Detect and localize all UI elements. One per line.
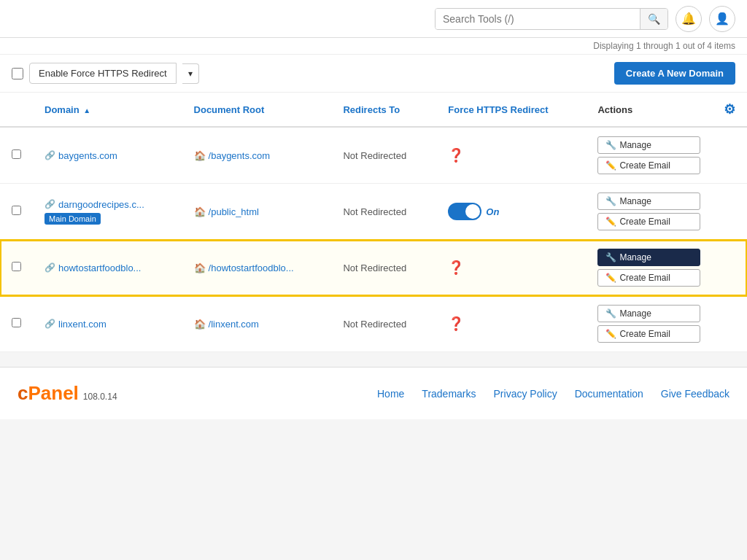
toolbar: Enable Force HTTPS Redirect ▾ Create A N… [0, 55, 747, 93]
manage-button[interactable]: 🔧 Manage [597, 192, 700, 210]
docroot-link[interactable]: 🏠/howtostartfoodblo... [194, 262, 320, 273]
notification-button[interactable]: 🔔 [676, 6, 702, 32]
display-count: Displaying 1 through 1 out of 4 items [593, 41, 735, 51]
domain-link[interactable]: 🔗howtostartfoodblo... [44, 262, 171, 273]
col-header-domain[interactable]: Domain ▲ [33, 93, 182, 127]
manage-button[interactable]: 🔧 Manage [597, 249, 700, 266]
cpanel-panel-text: Panel [28, 382, 78, 404]
edit-icon: ✏️ [605, 273, 616, 283]
wrench-icon: 🔧 [605, 196, 616, 206]
row-actions-cell: 🔧 Manage✏️ Create Email [586, 296, 712, 352]
https-unknown-icon: ❓ [448, 316, 464, 331]
domain-link[interactable]: 🔗darngoodrecipes.c... [44, 199, 171, 210]
edit-icon: ✏️ [605, 217, 616, 227]
row-checkbox-cell [0, 240, 33, 296]
col-header-redirects: Redirects To [331, 93, 436, 127]
subheader: Displaying 1 through 1 out of 4 items [0, 38, 747, 55]
domain-link[interactable]: 🔗baygents.com [44, 150, 171, 161]
https-toggle[interactable] [448, 203, 481, 220]
row-docroot-cell: 🏠/howtostartfoodblo... [182, 240, 332, 296]
user-button[interactable]: 👤 [709, 6, 735, 32]
edit-icon: ✏️ [605, 160, 616, 171]
footer-link[interactable]: Trademarks [422, 388, 476, 400]
footer-link[interactable]: Give Feedback [661, 388, 729, 400]
table-gear-icon[interactable]: ⚙ [724, 102, 735, 117]
footer-link[interactable]: Documentation [575, 388, 643, 400]
row-redirects-cell: Not Redirected [331, 296, 436, 352]
footer: cPanel 108.0.14 HomeTrademarksPrivacy Po… [0, 367, 747, 419]
row-domain-cell: 🔗baygents.com [33, 127, 182, 184]
footer-link[interactable]: Privacy Policy [494, 388, 557, 400]
table-row: 🔗linxent.com🏠/linxent.comNot Redirected❓… [0, 296, 747, 352]
enable-https-button[interactable]: Enable Force HTTPS Redirect [29, 63, 177, 84]
home-icon: 🏠 [194, 206, 206, 217]
row-gear-cell [712, 296, 747, 352]
create-email-button[interactable]: ✏️ Create Email [597, 213, 700, 230]
docroot-text: /public_html [209, 206, 259, 217]
search-button[interactable]: 🔍 [640, 9, 667, 29]
external-link-icon: 🔗 [44, 262, 55, 273]
home-icon: 🏠 [194, 150, 206, 161]
row-checkbox[interactable] [12, 318, 21, 327]
toolbar-left: Enable Force HTTPS Redirect ▾ [12, 63, 199, 84]
wrench-icon: 🔧 [605, 252, 616, 262]
docroot-link[interactable]: 🏠/public_html [194, 206, 320, 217]
row-gear-cell [712, 184, 747, 240]
col-header-gear[interactable]: ⚙ [712, 93, 747, 127]
row-domain-cell: 🔗darngoodrecipes.c...Main Domain [33, 184, 182, 240]
row-checkbox[interactable] [12, 149, 21, 159]
col-header-checkbox [0, 93, 33, 127]
docroot-link[interactable]: 🏠/baygents.com [194, 150, 320, 161]
home-icon: 🏠 [194, 319, 206, 330]
row-https-cell: ❓ [436, 296, 586, 352]
search-input[interactable] [436, 9, 640, 29]
table-container: Domain ▲ Document Root Redirects To Forc… [0, 93, 747, 352]
table-row: 🔗baygents.com🏠/baygents.comNot Redirecte… [0, 127, 747, 184]
action-buttons: 🔧 Manage✏️ Create Email [597, 136, 700, 174]
https-toggle-container: On [448, 203, 574, 220]
docroot-link[interactable]: 🏠/linxent.com [194, 319, 320, 330]
col-header-actions: Actions [586, 93, 712, 127]
select-all-checkbox[interactable] [12, 68, 23, 79]
https-dropdown-button[interactable]: ▾ [182, 63, 199, 84]
action-buttons: 🔧 Manage✏️ Create Email [597, 305, 700, 343]
table-header-row: Domain ▲ Document Root Redirects To Forc… [0, 93, 747, 127]
row-checkbox[interactable] [12, 262, 21, 271]
notification-icon: 🔔 [681, 12, 696, 26]
col-header-docroot: Document Root [182, 93, 332, 127]
row-docroot-cell: 🏠/baygents.com [182, 127, 332, 184]
cpanel-version: 108.0.14 [83, 392, 117, 402]
manage-button[interactable]: 🔧 Manage [597, 305, 700, 322]
docroot-text: /linxent.com [209, 319, 259, 330]
footer-links: HomeTrademarksPrivacy PolicyDocumentatio… [377, 388, 729, 400]
search-container: 🔍 [435, 8, 668, 30]
edit-icon: ✏️ [605, 329, 616, 339]
create-email-button[interactable]: ✏️ Create Email [597, 269, 700, 287]
create-domain-button[interactable]: Create A New Domain [614, 62, 735, 85]
create-email-button[interactable]: ✏️ Create Email [597, 325, 700, 343]
row-https-cell: ❓ [436, 240, 586, 296]
dropdown-arrow-icon: ▾ [188, 69, 193, 79]
cpanel-logo: cPanel 108.0.14 [18, 382, 117, 405]
redirects-value: Not Redirected [343, 206, 406, 217]
action-buttons: 🔧 Manage✏️ Create Email [597, 249, 700, 287]
row-docroot-cell: 🏠/linxent.com [182, 296, 332, 352]
domain-text: baygents.com [58, 150, 117, 161]
manage-button[interactable]: 🔧 Manage [597, 136, 700, 154]
table-row: 🔗howtostartfoodblo...🏠/howtostartfoodblo… [0, 240, 747, 296]
footer-link[interactable]: Home [377, 388, 404, 400]
row-actions-cell: 🔧 Manage✏️ Create Email [586, 127, 712, 184]
row-checkbox-cell [0, 184, 33, 240]
https-unknown-icon: ❓ [448, 260, 464, 275]
wrench-icon: 🔧 [605, 140, 616, 150]
domain-link[interactable]: 🔗linxent.com [44, 319, 171, 330]
toggle-slider [448, 203, 481, 220]
domains-table: Domain ▲ Document Root Redirects To Forc… [0, 93, 747, 352]
row-checkbox-cell [0, 296, 33, 352]
col-header-https: Force HTTPS Redirect [436, 93, 586, 127]
row-https-cell: On [436, 184, 586, 240]
redirects-value: Not Redirected [343, 150, 406, 161]
create-email-button[interactable]: ✏️ Create Email [597, 157, 700, 174]
https-on-label: On [486, 206, 499, 217]
row-checkbox[interactable] [12, 206, 21, 215]
